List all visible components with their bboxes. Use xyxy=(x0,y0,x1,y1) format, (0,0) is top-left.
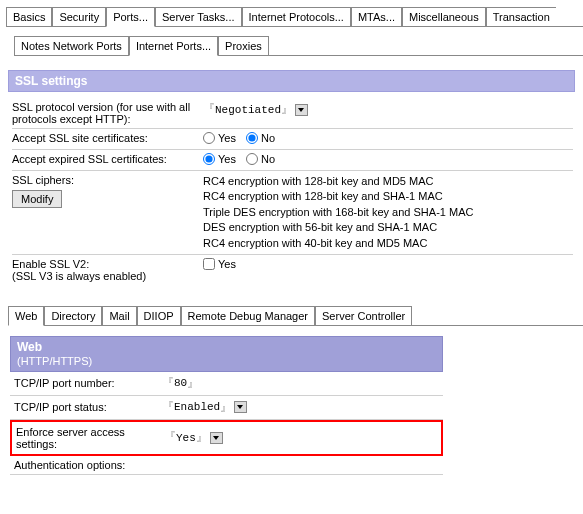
web-rows-2: Authentication options: xyxy=(10,456,443,475)
tcpip-port-number-value: 80 xyxy=(174,377,187,389)
radio-label-yes: Yes xyxy=(218,132,236,144)
ssl-settings-header: SSL settings xyxy=(8,70,575,92)
web-header-sub: (HTTP/HTTPS) xyxy=(17,355,92,367)
lower-tab-row: Web Directory Mail DIIOP Remote Debug Ma… xyxy=(8,305,583,326)
tcpip-port-number-field[interactable]: 『80』 xyxy=(162,375,199,392)
top-tab-row: Basics Security Ports... Server Tasks...… xyxy=(6,6,583,27)
tcpip-port-number-label: TCP/IP port number: xyxy=(14,377,162,389)
dropdown-arrow-icon[interactable] xyxy=(234,401,247,413)
tab-server-tasks[interactable]: Server Tasks... xyxy=(155,7,242,26)
lowertab-web[interactable]: Web xyxy=(8,306,44,326)
dropdown-arrow-icon[interactable] xyxy=(295,104,308,116)
checkbox-label-yes: Yes xyxy=(218,258,236,270)
cipher-item: RC4 encryption with 40-bit key and MD5 M… xyxy=(203,236,573,251)
tab-internet-protocols[interactable]: Internet Protocols... xyxy=(242,7,351,26)
ssl-ciphers-label: SSL ciphers: xyxy=(12,174,197,186)
sub-tab-row: Notes Network Ports Internet Ports... Pr… xyxy=(14,35,583,56)
accept-site-cert-label: Accept SSL site certificates: xyxy=(12,132,203,144)
ssl-content: SSL protocol version (for use with all p… xyxy=(12,98,573,285)
lowertab-server-controller[interactable]: Server Controller xyxy=(315,306,412,325)
radio-label-no: No xyxy=(261,132,275,144)
enable-ssl-v2-label: Enable SSL V2: xyxy=(12,258,197,270)
tab-mtas[interactable]: MTAs... xyxy=(351,7,402,26)
ssl-protocol-field[interactable]: 『Negotiated』 xyxy=(203,101,308,118)
enable-ssl-v2-checkbox[interactable]: Yes xyxy=(203,258,236,270)
enforce-access-field[interactable]: 『Yes』 xyxy=(164,429,223,446)
ssl-protocol-label: SSL protocol version (for use with all p… xyxy=(12,101,203,125)
site-cert-no[interactable]: No xyxy=(246,132,275,144)
site-cert-yes[interactable]: Yes xyxy=(203,132,236,144)
enforce-access-highlight: Enforce server access settings: 『Yes』 xyxy=(10,420,443,456)
enforce-access-label: Enforce server access settings: xyxy=(16,426,164,450)
subtab-internet-ports[interactable]: Internet Ports... xyxy=(129,36,218,56)
cipher-list: RC4 encryption with 128-bit key and MD5 … xyxy=(203,174,573,251)
cipher-item: RC4 encryption with 128-bit key and SHA-… xyxy=(203,189,573,204)
dropdown-arrow-icon[interactable] xyxy=(210,432,223,444)
enforce-access-value: Yes xyxy=(176,432,196,444)
cipher-item: RC4 encryption with 128-bit key and MD5 … xyxy=(203,174,573,189)
cipher-item: Triple DES encryption with 168-bit key a… xyxy=(203,205,573,220)
radio-label-no: No xyxy=(261,153,275,165)
web-header-title: Web xyxy=(17,340,42,354)
tab-ports[interactable]: Ports... xyxy=(106,7,155,27)
modify-button[interactable]: Modify xyxy=(12,190,62,208)
web-section-header: Web (HTTP/HTTPS) xyxy=(10,336,443,372)
ssl-protocol-value: Negotiated xyxy=(215,104,281,116)
cipher-item: DES encryption with 56-bit key and SHA-1… xyxy=(203,220,573,235)
auth-options-label: Authentication options: xyxy=(14,459,162,471)
tab-security[interactable]: Security xyxy=(52,7,106,26)
tab-basics[interactable]: Basics xyxy=(6,7,52,26)
ssl-v3-note: (SSL V3 is always enabled) xyxy=(12,270,197,282)
tab-transactions[interactable]: Transaction xyxy=(486,7,556,26)
expired-cert-no[interactable]: No xyxy=(246,153,275,165)
subtab-notes-network-ports[interactable]: Notes Network Ports xyxy=(14,36,129,55)
tcpip-port-status-value: Enabled xyxy=(174,401,220,413)
web-rows: TCP/IP port number: 『80』 TCP/IP port sta… xyxy=(10,372,443,420)
tcpip-port-status-label: TCP/IP port status: xyxy=(14,401,162,413)
tab-miscellaneous[interactable]: Miscellaneous xyxy=(402,7,486,26)
lowertab-mail[interactable]: Mail xyxy=(102,306,136,325)
accept-expired-cert-label: Accept expired SSL certificates: xyxy=(12,153,203,165)
lowertab-remote-debug-manager[interactable]: Remote Debug Manager xyxy=(181,306,315,325)
subtab-proxies[interactable]: Proxies xyxy=(218,36,269,55)
lowertab-diiop[interactable]: DIIOP xyxy=(137,306,181,325)
lowertab-directory[interactable]: Directory xyxy=(44,306,102,325)
radio-label-yes: Yes xyxy=(218,153,236,165)
tcpip-port-status-field[interactable]: 『Enabled』 xyxy=(162,399,247,416)
expired-cert-yes[interactable]: Yes xyxy=(203,153,236,165)
